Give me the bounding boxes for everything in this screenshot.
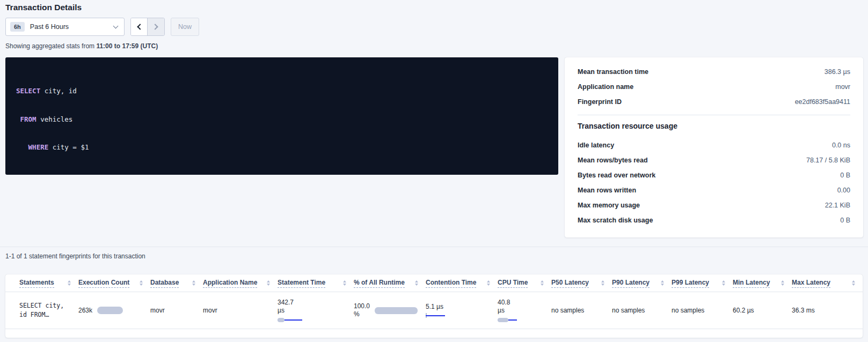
usage-row-mean-rows-bytes-read: Mean rows/bytes read 78.17 / 5.8 KiB bbox=[578, 153, 850, 168]
cpu-time-bar bbox=[498, 317, 517, 323]
column-header-cpu-time[interactable]: CPU Time bbox=[498, 279, 551, 288]
usage-row-bytes-read-over-network: Bytes read over network 0 B bbox=[578, 168, 850, 183]
pct-runtime-bar bbox=[375, 307, 418, 314]
time-range-label: Past 6 Hours bbox=[30, 23, 114, 31]
caption-prefix: Showing aggregated stats from bbox=[5, 42, 96, 50]
usage-row-mean-rows-written: Mean rows written 0.00 bbox=[578, 183, 850, 198]
now-button[interactable]: Now bbox=[171, 18, 199, 36]
caption-time-range: 11:00 to 17:59 (UTC) bbox=[96, 42, 158, 50]
min-latency-cell: 60.2 µs bbox=[733, 307, 792, 314]
column-header-statement-time[interactable]: Statement Time bbox=[278, 279, 354, 288]
column-header-contention-time[interactable]: Contention Time bbox=[426, 279, 498, 288]
statement-time-bar bbox=[278, 317, 302, 323]
sort-icon[interactable] bbox=[600, 279, 606, 287]
sql-line: WHERE city = $1 bbox=[16, 143, 548, 152]
application-name-cell: movr bbox=[203, 307, 278, 314]
transaction-sql-statement: SELECT city, id FROM vehicles WHERE city… bbox=[5, 57, 558, 175]
transaction-summary-card: Mean transaction time 386.3 µs Applicati… bbox=[565, 57, 863, 237]
pct-runtime-cell: 100.0% bbox=[354, 302, 426, 318]
p99-latency-cell: no samples bbox=[672, 307, 733, 314]
next-interval-button[interactable] bbox=[148, 18, 164, 35]
usage-row-max-scratch-disk-usage: Max scratch disk usage 0 B bbox=[578, 213, 850, 228]
statements-count-caption: 1-1 of 1 statement fingerprints for this… bbox=[5, 252, 145, 260]
sql-line: SELECT city, id bbox=[16, 86, 548, 96]
usage-row-idle-latency: Idle latency 0.0 ns bbox=[578, 138, 850, 153]
sort-icon[interactable] bbox=[67, 279, 72, 287]
column-header-execution-count[interactable]: Execution Count bbox=[78, 279, 150, 288]
chevron-right-icon bbox=[152, 24, 158, 29]
column-header-p90-latency[interactable]: P90 Latency bbox=[612, 279, 672, 288]
summary-row-fingerprint-id: Fingerprint ID ee2df683f5aa9411 bbox=[578, 94, 850, 109]
column-header-min-latency[interactable]: Min Latency bbox=[733, 279, 792, 288]
sort-icon[interactable] bbox=[780, 279, 785, 287]
summary-row-mean-transaction-time: Mean transaction time 386.3 µs bbox=[578, 64, 850, 79]
database-cell: movr bbox=[150, 307, 203, 314]
p50-latency-cell: no samples bbox=[551, 307, 612, 314]
sort-icon[interactable] bbox=[721, 279, 726, 287]
usage-row-max-memory-usage: Max memory usage 22.1 KiB bbox=[578, 198, 850, 213]
cpu-time-cell: 40.8µs bbox=[498, 299, 551, 323]
column-header-max-latency[interactable]: Max Latency bbox=[792, 279, 863, 288]
column-header-p50-latency[interactable]: P50 Latency bbox=[551, 279, 612, 288]
summary-row-application-name: Application name movr bbox=[578, 79, 850, 94]
contention-time-cell: 5.1 µs bbox=[426, 303, 498, 318]
sql-line: FROM vehicles bbox=[16, 115, 548, 124]
sql-keyword: SELECT bbox=[16, 87, 40, 95]
column-header-statements[interactable]: Statements bbox=[19, 279, 78, 288]
contention-time-bar bbox=[426, 313, 445, 318]
table-header-row: Statements Execution Count Database Appl… bbox=[5, 274, 863, 292]
previous-interval-button[interactable] bbox=[131, 18, 148, 35]
summary-divider bbox=[578, 115, 850, 115]
resource-usage-title: Transaction resource usage bbox=[578, 122, 850, 130]
max-latency-cell: 36.3 ms bbox=[792, 307, 863, 314]
aggregated-stats-caption: Showing aggregated stats from 11:00 to 1… bbox=[5, 42, 158, 50]
column-header-p99-latency[interactable]: P99 Latency bbox=[672, 279, 733, 288]
sql-keyword: FROM bbox=[20, 115, 37, 123]
sort-icon[interactable] bbox=[414, 279, 419, 287]
execution-count-cell: 263k bbox=[78, 307, 150, 314]
section-divider bbox=[0, 247, 868, 247]
chevron-left-icon bbox=[137, 24, 143, 29]
statements-table: Statements Execution Count Database Appl… bbox=[5, 274, 863, 338]
sort-icon[interactable] bbox=[266, 279, 271, 287]
execution-count-bar bbox=[97, 307, 123, 314]
sort-icon[interactable] bbox=[138, 279, 144, 287]
p90-latency-cell: no samples bbox=[612, 307, 672, 314]
chevron-down-icon bbox=[113, 23, 119, 28]
time-toolbar: 6h Past 6 Hours Now bbox=[5, 18, 199, 36]
time-nav-group bbox=[130, 18, 165, 36]
sort-icon[interactable] bbox=[660, 279, 665, 287]
page-title: Transaction Details bbox=[5, 3, 82, 12]
statement-time-cell: 342.7µs bbox=[278, 299, 354, 323]
column-header-application-name[interactable]: Application Name bbox=[203, 279, 278, 288]
column-header-database[interactable]: Database bbox=[150, 279, 203, 288]
time-range-dropdown[interactable]: 6h Past 6 Hours bbox=[5, 18, 125, 36]
sort-icon[interactable] bbox=[342, 279, 347, 287]
time-range-badge: 6h bbox=[10, 22, 25, 32]
statement-fingerprint-link[interactable]: SELECT city,id FROM… bbox=[19, 301, 78, 319]
sort-icon[interactable] bbox=[191, 279, 196, 287]
sort-icon[interactable] bbox=[851, 279, 856, 287]
sort-icon[interactable] bbox=[486, 279, 491, 287]
column-header-pct-runtime[interactable]: % of All Runtime bbox=[354, 279, 426, 288]
sort-icon[interactable] bbox=[539, 279, 545, 287]
table-row: SELECT city,id FROM… 263k movr movr 342.… bbox=[5, 292, 863, 329]
sql-keyword: WHERE bbox=[28, 143, 49, 151]
